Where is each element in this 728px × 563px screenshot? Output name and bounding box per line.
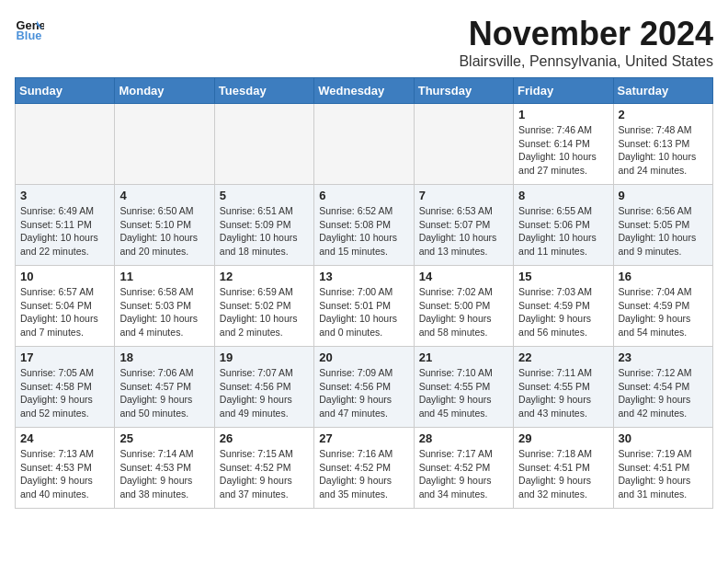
day-number: 20: [319, 350, 408, 364]
day-number: 6: [319, 189, 408, 202]
day-number: 26: [220, 431, 309, 445]
cell-info: Sunrise: 7:07 AM Sunset: 4:56 PM Dayligh…: [220, 366, 309, 420]
day-number: 4: [119, 189, 209, 202]
calendar-row: 3Sunrise: 6:49 AM Sunset: 5:11 PM Daylig…: [16, 185, 713, 266]
header-monday: Monday: [115, 78, 214, 104]
day-number: 9: [619, 189, 708, 202]
table-row: 7Sunrise: 6:53 AM Sunset: 5:07 PM Daylig…: [414, 185, 513, 266]
svg-text:Blue: Blue: [17, 29, 42, 42]
cell-info: Sunrise: 7:15 AM Sunset: 4:52 PM Dayligh…: [220, 447, 309, 501]
day-number: 1: [518, 108, 608, 121]
page-header: General Blue November 2024 Blairsville, …: [15, 15, 713, 70]
day-number: 21: [419, 350, 508, 364]
table-row: [115, 104, 214, 185]
table-row: 4Sunrise: 6:50 AM Sunset: 5:10 PM Daylig…: [115, 185, 214, 266]
day-number: 11: [119, 270, 209, 283]
table-row: 12Sunrise: 6:59 AM Sunset: 5:02 PM Dayli…: [214, 266, 313, 347]
cell-info: Sunrise: 7:46 AM Sunset: 6:14 PM Dayligh…: [518, 123, 608, 178]
cell-info: Sunrise: 6:49 AM Sunset: 5:11 PM Dayligh…: [20, 204, 109, 259]
header-saturday: Saturday: [613, 78, 712, 104]
day-number: 16: [619, 270, 708, 283]
table-row: 20Sunrise: 7:09 AM Sunset: 4:56 PM Dayli…: [314, 347, 414, 428]
month-title: November 2024: [459, 15, 713, 53]
header-wednesday: Wednesday: [314, 78, 414, 104]
cell-info: Sunrise: 6:50 AM Sunset: 5:10 PM Dayligh…: [119, 204, 209, 259]
table-row: [214, 104, 313, 185]
day-number: 28: [419, 431, 508, 445]
header-sunday: Sunday: [16, 78, 115, 104]
table-row: 8Sunrise: 6:55 AM Sunset: 5:06 PM Daylig…: [514, 185, 613, 266]
cell-info: Sunrise: 6:59 AM Sunset: 5:02 PM Dayligh…: [220, 285, 309, 339]
day-number: 14: [419, 270, 508, 283]
cell-info: Sunrise: 6:51 AM Sunset: 5:09 PM Dayligh…: [220, 204, 309, 259]
day-number: 23: [619, 350, 708, 364]
title-section: November 2024 Blairsville, Pennsylvania,…: [459, 15, 713, 70]
cell-info: Sunrise: 6:53 AM Sunset: 5:07 PM Dayligh…: [419, 204, 508, 259]
table-row: 15Sunrise: 7:03 AM Sunset: 4:59 PM Dayli…: [514, 266, 613, 347]
cell-info: Sunrise: 6:58 AM Sunset: 5:03 PM Dayligh…: [119, 285, 209, 339]
day-number: 29: [518, 431, 608, 445]
cell-info: Sunrise: 7:14 AM Sunset: 4:53 PM Dayligh…: [119, 447, 209, 501]
cell-info: Sunrise: 7:10 AM Sunset: 4:55 PM Dayligh…: [419, 366, 508, 420]
table-row: 1Sunrise: 7:46 AM Sunset: 6:14 PM Daylig…: [514, 104, 613, 185]
cell-info: Sunrise: 7:09 AM Sunset: 4:56 PM Dayligh…: [319, 366, 408, 420]
day-number: 7: [419, 189, 508, 202]
day-number: 5: [220, 189, 309, 202]
table-row: 17Sunrise: 7:05 AM Sunset: 4:58 PM Dayli…: [16, 347, 115, 428]
day-number: 18: [119, 350, 209, 364]
table-row: 28Sunrise: 7:17 AM Sunset: 4:52 PM Dayli…: [414, 428, 513, 509]
logo: General Blue: [15, 15, 44, 44]
table-row: 26Sunrise: 7:15 AM Sunset: 4:52 PM Dayli…: [214, 428, 313, 509]
day-number: 13: [319, 270, 408, 283]
header-thursday: Thursday: [414, 78, 513, 104]
table-row: 13Sunrise: 7:00 AM Sunset: 5:01 PM Dayli…: [314, 266, 414, 347]
cell-info: Sunrise: 7:03 AM Sunset: 4:59 PM Dayligh…: [518, 285, 608, 339]
cell-info: Sunrise: 7:18 AM Sunset: 4:51 PM Dayligh…: [518, 447, 608, 501]
cell-info: Sunrise: 6:52 AM Sunset: 5:08 PM Dayligh…: [319, 204, 408, 259]
cell-info: Sunrise: 7:16 AM Sunset: 4:52 PM Dayligh…: [319, 447, 408, 501]
day-number: 3: [20, 189, 109, 202]
day-number: 17: [20, 350, 109, 364]
table-row: 23Sunrise: 7:12 AM Sunset: 4:54 PM Dayli…: [613, 347, 712, 428]
day-number: 10: [20, 270, 109, 283]
calendar-row: 17Sunrise: 7:05 AM Sunset: 4:58 PM Dayli…: [16, 347, 713, 428]
day-number: 27: [319, 431, 408, 445]
cell-info: Sunrise: 7:19 AM Sunset: 4:51 PM Dayligh…: [619, 447, 708, 501]
day-number: 2: [619, 108, 708, 121]
day-number: 8: [518, 189, 608, 202]
cell-info: Sunrise: 7:13 AM Sunset: 4:53 PM Dayligh…: [20, 447, 109, 501]
header-friday: Friday: [514, 78, 613, 104]
calendar-row: 10Sunrise: 6:57 AM Sunset: 5:04 PM Dayli…: [16, 266, 713, 347]
cell-info: Sunrise: 6:57 AM Sunset: 5:04 PM Dayligh…: [20, 285, 109, 339]
table-row: 25Sunrise: 7:14 AM Sunset: 4:53 PM Dayli…: [115, 428, 214, 509]
cell-info: Sunrise: 7:48 AM Sunset: 6:13 PM Dayligh…: [619, 123, 708, 178]
table-row: 11Sunrise: 6:58 AM Sunset: 5:03 PM Dayli…: [115, 266, 214, 347]
calendar-row: 24Sunrise: 7:13 AM Sunset: 4:53 PM Dayli…: [16, 428, 713, 509]
cell-info: Sunrise: 7:17 AM Sunset: 4:52 PM Dayligh…: [419, 447, 508, 501]
day-number: 12: [220, 270, 309, 283]
cell-info: Sunrise: 7:02 AM Sunset: 5:00 PM Dayligh…: [419, 285, 508, 339]
table-row: 21Sunrise: 7:10 AM Sunset: 4:55 PM Dayli…: [414, 347, 513, 428]
logo-icon: General Blue: [15, 15, 44, 44]
table-row: 24Sunrise: 7:13 AM Sunset: 4:53 PM Dayli…: [16, 428, 115, 509]
day-number: 30: [619, 431, 708, 445]
header-tuesday: Tuesday: [214, 78, 313, 104]
cell-info: Sunrise: 6:56 AM Sunset: 5:05 PM Dayligh…: [619, 204, 708, 259]
table-row: [314, 104, 414, 185]
table-row: 27Sunrise: 7:16 AM Sunset: 4:52 PM Dayli…: [314, 428, 414, 509]
day-number: 25: [119, 431, 209, 445]
table-row: 29Sunrise: 7:18 AM Sunset: 4:51 PM Dayli…: [514, 428, 613, 509]
table-row: 5Sunrise: 6:51 AM Sunset: 5:09 PM Daylig…: [214, 185, 313, 266]
table-row: 2Sunrise: 7:48 AM Sunset: 6:13 PM Daylig…: [613, 104, 712, 185]
table-row: 3Sunrise: 6:49 AM Sunset: 5:11 PM Daylig…: [16, 185, 115, 266]
table-row: 30Sunrise: 7:19 AM Sunset: 4:51 PM Dayli…: [613, 428, 712, 509]
table-row: 22Sunrise: 7:11 AM Sunset: 4:55 PM Dayli…: [514, 347, 613, 428]
calendar-row: 1Sunrise: 7:46 AM Sunset: 6:14 PM Daylig…: [16, 104, 713, 185]
day-number: 24: [20, 431, 109, 445]
table-row: 10Sunrise: 6:57 AM Sunset: 5:04 PM Dayli…: [16, 266, 115, 347]
day-number: 19: [220, 350, 309, 364]
day-number: 22: [518, 350, 608, 364]
cell-info: Sunrise: 6:55 AM Sunset: 5:06 PM Dayligh…: [518, 204, 608, 259]
table-row: [414, 104, 513, 185]
cell-info: Sunrise: 7:06 AM Sunset: 4:57 PM Dayligh…: [119, 366, 209, 420]
